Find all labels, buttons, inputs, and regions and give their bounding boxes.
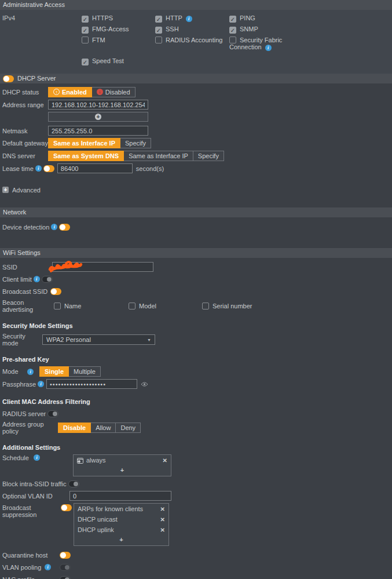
button-label: Disabled — [105, 89, 130, 96]
schedule-entry[interactable]: always ✕ — [74, 455, 171, 465]
checked-icon: ✓ — [82, 16, 89, 23]
broadcast-ssid-toggle[interactable] — [50, 288, 61, 295]
block-intra-ssid-toggle[interactable] — [68, 480, 79, 487]
remove-icon[interactable]: ✕ — [163, 457, 167, 464]
address-range-input[interactable] — [48, 100, 148, 110]
button-label: Multiple — [74, 368, 96, 375]
checkbox-beacon-name[interactable]: Name — [54, 303, 129, 309]
dhcp-server-body: DHCP status ↑Enabled ↓Disabled Address r… — [0, 83, 392, 203]
add-address-range-button[interactable]: + — [48, 112, 148, 122]
default-gateway-label: Default gateway — [2, 140, 48, 147]
checkbox-label: SNMP — [240, 26, 258, 32]
client-limit-toggle[interactable] — [42, 276, 53, 283]
broadcast-suppression-label: Broadcast suppression — [2, 503, 61, 518]
button-label: Specify — [198, 152, 219, 159]
checkbox-speed-test[interactable]: ✓Speed Test — [82, 57, 155, 65]
radius-server-toggle[interactable] — [47, 410, 58, 417]
checkbox-snmp[interactable]: ✓SNMP — [229, 26, 316, 34]
nac-profile-toggle[interactable] — [60, 576, 71, 579]
schedule-label: Schedule — [2, 454, 32, 461]
remove-icon[interactable]: ✕ — [160, 527, 165, 533]
info-icon: i — [265, 45, 272, 51]
gateway-same-as-interface-button[interactable]: Same as Interface IP — [48, 138, 120, 148]
dns-same-as-system-button[interactable]: Same as System DNS — [48, 151, 124, 161]
gateway-specify-button[interactable]: Specify — [120, 138, 151, 148]
suppression-entry[interactable]: ARPs for known clients✕ — [74, 504, 168, 514]
vlan-pooling-label: VLAN pooling — [2, 564, 43, 571]
selected-value: WPA2 Personal — [46, 336, 91, 343]
section-network: Network — [0, 207, 392, 217]
lease-time-input[interactable] — [57, 163, 133, 173]
default-gateway-segment: Same as Interface IP Specify — [48, 138, 151, 148]
policy-deny-button[interactable]: Deny — [116, 423, 141, 433]
checked-icon: ✓ — [155, 16, 162, 23]
quarantine-host-toggle[interactable] — [60, 552, 71, 559]
security-mode-settings-header: Security Mode Settings — [2, 322, 392, 329]
wifi-settings-body: SSID Client limit i Broadcast SSID Beaco… — [0, 258, 392, 579]
broadcast-suppression-toggle[interactable] — [61, 504, 72, 511]
dhcp-status-disabled-button[interactable]: ↓Disabled — [92, 87, 135, 97]
schedule-box: always ✕ + — [73, 454, 171, 476]
checkbox-radius-accounting[interactable]: RADIUS Accounting — [155, 37, 229, 51]
administrative-access-body: IPv4 ✓HTTPS ✓HTTP i ✓PING ✓FMG-Access ✓S… — [0, 10, 392, 74]
broadcast-ssid-label: Broadcast SSID — [2, 288, 47, 295]
checkbox-http[interactable]: ✓HTTP i — [155, 14, 229, 23]
checkbox-security-fabric-connection[interactable]: Security Fabric Connection i — [229, 37, 290, 51]
checkbox-ftm[interactable]: FTM — [82, 37, 155, 51]
section-administrative-access: Administrative Access — [0, 0, 392, 10]
advanced-expander-icon[interactable]: + — [2, 187, 9, 193]
checkbox-fmg-access[interactable]: ✓FMG-Access — [82, 26, 155, 34]
unchecked-icon — [129, 303, 135, 309]
policy-allow-button[interactable]: Allow — [91, 423, 116, 433]
additional-settings-header: Additional Settings — [2, 444, 392, 451]
optional-vlan-id-input[interactable] — [69, 491, 171, 501]
schedule-add-button[interactable]: + — [74, 465, 171, 476]
dns-specify-button[interactable]: Specify — [193, 151, 224, 161]
section-dhcp-server: DHCP Server — [0, 74, 392, 83]
nac-profile-label: NAC profile — [2, 576, 60, 579]
client-limit-label: Client limit — [2, 276, 32, 283]
checkbox-label: Speed Test — [92, 57, 124, 64]
passphrase-input[interactable] — [46, 379, 137, 389]
info-icon: i — [35, 165, 42, 172]
vlan-pooling-toggle[interactable] — [60, 564, 71, 571]
device-detection-toggle[interactable] — [59, 224, 70, 231]
address-group-policy-segment: Disable Allow Deny — [58, 423, 141, 433]
dns-same-as-interface-button[interactable]: Same as Interface IP — [124, 151, 193, 161]
policy-disable-button[interactable]: Disable — [58, 423, 91, 433]
checkbox-label: RADIUS Accounting — [166, 37, 222, 43]
recurring-schedule-icon — [77, 457, 83, 464]
checkbox-label: HTTPS — [92, 14, 113, 21]
unchecked-icon — [229, 37, 236, 43]
dhcp-server-toggle[interactable] — [3, 75, 14, 82]
suppression-entry[interactable]: DHCP uplink✕ — [74, 525, 168, 535]
ssid-input[interactable] — [52, 262, 153, 272]
dhcp-status-enabled-button[interactable]: ↑Enabled — [48, 87, 92, 97]
checked-icon: ✓ — [155, 27, 162, 34]
psk-mode-single-button[interactable]: Single — [39, 366, 69, 377]
psk-mode-multiple-button[interactable]: Multiple — [69, 366, 101, 377]
checked-icon: ✓ — [229, 27, 236, 34]
button-label: Enabled — [62, 89, 87, 96]
section-title: DHCP Server — [17, 76, 56, 81]
suppression-entry[interactable]: DHCP unicast✕ — [74, 514, 168, 525]
ssid-label: SSID — [2, 264, 52, 271]
remove-icon[interactable]: ✕ — [160, 516, 165, 523]
security-mode-select[interactable]: WPA2 Personal ▼ — [42, 334, 155, 345]
info-icon: i — [27, 369, 34, 375]
info-icon: i — [34, 276, 40, 282]
checkbox-beacon-serial[interactable]: Serial number — [202, 303, 252, 309]
lease-time-toggle[interactable] — [43, 165, 54, 172]
checkbox-label: FTM — [92, 37, 105, 43]
beacon-advertising-label: Beacon advertising — [2, 299, 54, 313]
checkbox-beacon-model[interactable]: Model — [129, 303, 202, 309]
checkbox-ping[interactable]: ✓PING — [229, 14, 316, 23]
checkbox-https[interactable]: ✓HTTPS — [82, 14, 155, 23]
address-range-label: Address range — [2, 101, 48, 108]
netmask-input[interactable] — [48, 126, 148, 136]
eye-icon[interactable] — [141, 381, 148, 387]
remove-icon[interactable]: ✕ — [160, 506, 165, 512]
checkbox-ssh[interactable]: ✓SSH — [155, 26, 229, 34]
entry-label: ARPs for known clients — [78, 505, 143, 512]
suppression-add-button[interactable]: + — [74, 535, 168, 545]
